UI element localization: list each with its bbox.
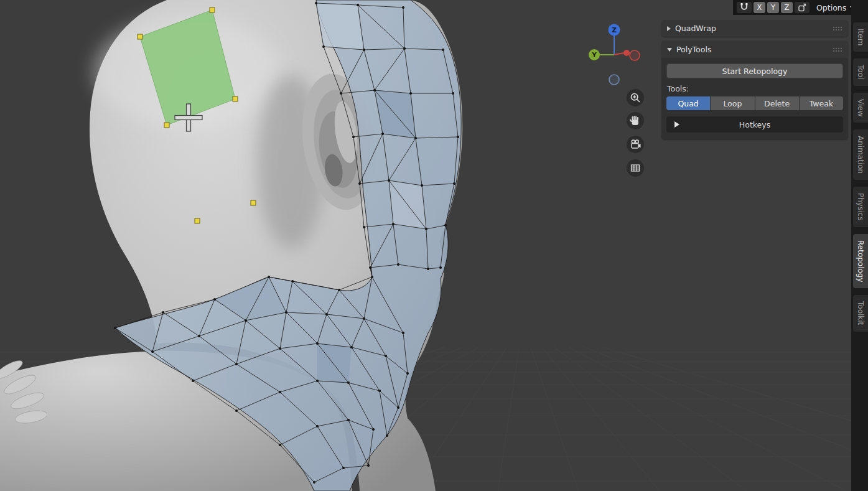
gizmo-axis-x-negative[interactable] xyxy=(630,50,640,60)
sidebar-tab-strip: Item Tool View Animation Physics Retopol… xyxy=(851,0,868,491)
axis-y-toggle[interactable]: Y xyxy=(767,2,779,13)
start-retopology-button[interactable]: Start Retopology xyxy=(666,63,843,78)
tool-mode-row: Quad Loop Delete Tweak xyxy=(666,96,843,110)
tab-view[interactable]: View xyxy=(853,93,868,123)
zoom-button[interactable] xyxy=(627,89,644,106)
snap-button[interactable] xyxy=(737,2,752,13)
polytools-panel-title: PolyTools xyxy=(676,45,829,54)
axis-x-toggle[interactable]: X xyxy=(754,2,765,13)
camera-view-button[interactable] xyxy=(627,136,644,153)
tab-toolkit[interactable]: Toolkit xyxy=(853,295,868,331)
zoom-icon xyxy=(630,92,641,103)
tab-animation[interactable]: Animation xyxy=(853,129,868,180)
quadwrap-panel-header[interactable]: QuadWrap xyxy=(661,20,848,37)
toggle-ortho-button[interactable] xyxy=(627,159,644,177)
hand-icon xyxy=(630,115,641,126)
grid-icon xyxy=(630,162,641,174)
snap-magnet-icon xyxy=(739,2,749,12)
tools-label: Tools: xyxy=(667,84,842,93)
tab-retopology[interactable]: Retopology xyxy=(853,234,868,289)
tab-tool[interactable]: Tool xyxy=(853,58,868,85)
polytools-panel: PolyTools Start Retopology Tools: Quad L… xyxy=(661,41,848,139)
tool-tweak-button[interactable]: Tweak xyxy=(800,96,843,110)
quadwrap-panel-title: QuadWrap xyxy=(675,24,829,33)
hotkeys-subpanel-header[interactable]: Hotkeys xyxy=(666,116,843,133)
panel-grip-handle[interactable] xyxy=(833,26,842,31)
tool-delete-button[interactable]: Delete xyxy=(755,96,799,110)
move-view-button[interactable] xyxy=(627,112,644,129)
tab-physics[interactable]: Physics xyxy=(853,187,868,227)
blender-window: X Y Z Options Z Y xyxy=(0,0,868,491)
options-label: Options xyxy=(816,3,846,12)
triangle-right-icon xyxy=(674,121,679,128)
panel-grip-handle[interactable] xyxy=(833,47,842,52)
options-dropdown[interactable]: Options xyxy=(814,3,857,12)
camera-icon xyxy=(630,139,641,150)
chevron-down-icon xyxy=(667,48,672,52)
viewport-header: X Y Z Options xyxy=(733,0,868,15)
gizmo-z-label: Z xyxy=(612,26,617,34)
tab-item[interactable]: Item xyxy=(853,22,868,52)
proportional-editing-button[interactable] xyxy=(795,2,810,13)
hotkeys-label: Hotkeys xyxy=(739,120,770,129)
tool-quad-button[interactable]: Quad xyxy=(666,96,710,110)
proportional-editing-icon xyxy=(797,2,807,12)
gizmo-y-label: Y xyxy=(591,51,597,58)
polytools-panel-body: Start Retopology Tools: Quad Loop Delete… xyxy=(661,58,848,139)
navigation-gizmo[interactable]: Z Y xyxy=(579,17,653,91)
polytools-panel-header[interactable]: PolyTools xyxy=(661,41,848,58)
chevron-right-icon xyxy=(667,26,671,31)
quadwrap-panel: QuadWrap xyxy=(661,20,848,37)
gizmo-axis-x-positive[interactable] xyxy=(623,50,630,56)
axis-z-toggle[interactable]: Z xyxy=(781,2,793,13)
gizmo-axis-z-negative[interactable] xyxy=(609,75,619,85)
n-panel-sidebar: QuadWrap PolyTools Start Retopology Tool… xyxy=(661,20,848,144)
tool-loop-button[interactable]: Loop xyxy=(711,96,754,110)
